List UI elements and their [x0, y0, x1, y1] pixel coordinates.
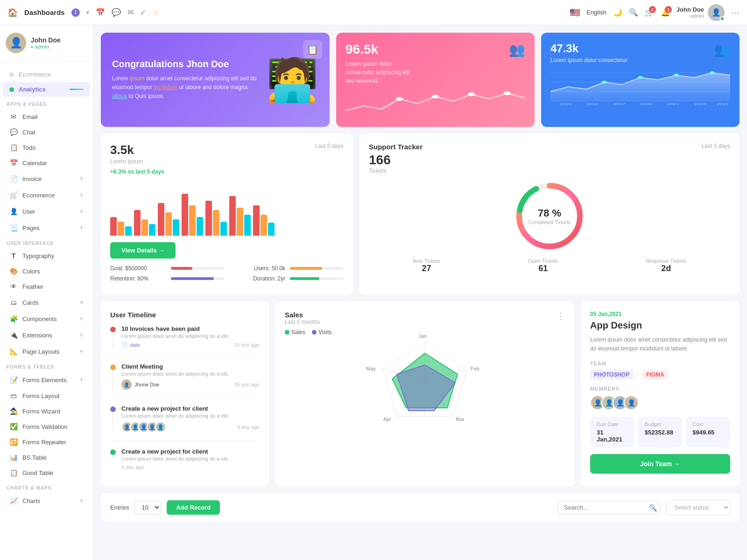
sidebar-item-feather[interactable]: 👁 Feather — [3, 279, 90, 294]
main-content: Congratulations Jhon Doe Lorem ipsum dol… — [93, 25, 747, 560]
more-dots-icon[interactable]: ⋮ — [557, 311, 565, 321]
sidebar-item-ecommerce[interactable]: Ecommerce — [3, 67, 90, 82]
sidebar-section-ui: USER INTERFACE — [0, 236, 93, 248]
tl-time-2: 35 min ago — [234, 382, 260, 387]
expand-comp-icon: + — [79, 315, 84, 323]
sidebar-item-page-layouts[interactable]: 📐 Page Layouts + — [3, 343, 90, 359]
svg-text:2017: 2017 — [613, 103, 626, 106]
notif-badge: 3 — [665, 6, 672, 13]
tl-time-4: 4 day ago — [121, 464, 144, 470]
search-icon-btn[interactable]: 🔍 — [649, 504, 657, 511]
sidebar-item-ecommerce-nav[interactable]: 🛒 Ecommerce + — [3, 187, 90, 203]
banner-desc: Lorem ipsum dolor amet consectetur adipi… — [112, 74, 259, 101]
tl-file-1: 📄 data — [121, 342, 140, 348]
sidebar-item-forms-elements[interactable]: 📝 Forms Elements + — [3, 372, 90, 388]
sidebar-item-chat[interactable]: 💬 Chat — [3, 125, 90, 140]
progress-row-1: Goal: $500000 Users: 50.0k — [110, 265, 344, 272]
good-table-nav-icon: 📋 — [9, 469, 18, 476]
sidebar-item-good-table[interactable]: 📋 Good Table — [3, 465, 90, 480]
sidebar-item-charts[interactable]: 📈 Charts + — [3, 493, 90, 509]
sidebar-section-dash — [0, 61, 93, 67]
search-icon[interactable]: 🔍 — [629, 8, 638, 17]
sidebar-item-user[interactable]: 👤 User + — [3, 203, 90, 219]
chat-nav-icon: 💬 — [9, 128, 18, 136]
expand-fe-icon: + — [79, 376, 84, 384]
figma-tag: FIGMA — [642, 370, 668, 379]
sidebar-item-colors[interactable]: 🎨 Colors — [3, 264, 90, 279]
svg-point-3 — [504, 91, 511, 95]
sidebar-item-analytics[interactable]: Analytics — [3, 82, 90, 97]
stat-card-1: 96.5k Lorem ipsum dolor consectetur adip… — [336, 33, 535, 127]
support-tickets-label: Tickets — [369, 168, 730, 174]
add-record-button[interactable]: Add Record — [167, 500, 220, 515]
expand-charts-icon: + — [79, 497, 84, 505]
more-icon[interactable]: ⋯ — [731, 7, 740, 18]
new-tickets-label: New Tickets — [413, 258, 440, 264]
notif-wrap[interactable]: 🔔3 — [661, 8, 670, 17]
svg-point-1 — [432, 95, 439, 98]
sales-title: Sales — [285, 311, 320, 319]
entries-select[interactable]: 10 25 50 — [134, 500, 161, 515]
view-details-button[interactable]: View Details → — [110, 242, 176, 259]
search-input[interactable] — [558, 500, 661, 515]
chart-card-value: 47.3k — [550, 42, 628, 55]
forms-el-nav-icon: 📝 — [9, 376, 18, 384]
budget-item: Budget $52352.88 — [638, 417, 683, 448]
sidebar-username: John Doe — [31, 36, 61, 44]
table-bar: Entries 10 25 50 Add Record 🔍 Select sta… — [101, 493, 740, 522]
sidebar-item-components[interactable]: 🧩 Components + — [3, 311, 90, 327]
extensions-nav-icon: 🔌 — [9, 331, 18, 339]
language-label[interactable]: English — [586, 9, 606, 16]
sidebar-item-cards[interactable]: 🗂 Cards + — [3, 294, 90, 310]
status-select[interactable]: Select status Active Inactive — [666, 500, 730, 515]
donut-label: Completed Tickets — [529, 219, 571, 225]
user-info[interactable]: John Doe admin 👤 — [677, 4, 725, 21]
tl-title-3: Create a new project for client — [121, 405, 260, 412]
sidebar-user: 👤 John Doe admin — [0, 25, 93, 61]
chat-icon[interactable]: 💬 — [112, 8, 121, 17]
star-icon[interactable]: ☆ — [153, 8, 159, 17]
sidebar-item-bs-table[interactable]: 📊 BS Table — [3, 450, 90, 465]
support-metrics: New Tickets 27 Open Tickets 61 Response … — [369, 258, 730, 273]
sidebar-item-forms-layout[interactable]: 🗃 Forms Layout — [3, 388, 90, 403]
sidebar-item-calendar[interactable]: 📅 Calendar — [3, 155, 90, 170]
tl-desc-4: Lorem ipsum dolor amet do adipiscing do … — [121, 456, 260, 462]
sidebar-item-todo[interactable]: 📋 Todo — [3, 140, 90, 155]
online-indicator — [720, 16, 725, 21]
svg-text:Mar: Mar — [456, 416, 465, 422]
user-name-top: John Doe — [677, 6, 704, 13]
dot-icon — [9, 72, 14, 77]
sidebar-item-pages[interactable]: 📃 Pages + — [3, 220, 90, 236]
stat-desc-1: Lorem ipsum dolor consectetur adipiscing… — [345, 60, 416, 85]
email-nav-icon: ✉ — [9, 113, 18, 120]
search-wrap: 🔍 — [558, 500, 661, 515]
sidebar-item-forms-wizard[interactable]: 🧙 Forms Wizard — [3, 404, 90, 419]
sidebar-item-invoice[interactable]: 📄 Invoice + — [3, 171, 90, 187]
expand-ext-icon: + — [79, 331, 84, 339]
app-date: 05 Jan,2021 — [590, 311, 730, 317]
chevron-down-icon[interactable]: ▾ — [86, 9, 89, 16]
tl-dot-4 — [110, 449, 116, 455]
chart-card-desc: Lorem ipsum dolor consectetur. — [550, 57, 628, 63]
svg-text:2023: 2023 — [694, 103, 706, 106]
svg-point-11 — [674, 74, 679, 77]
email-icon[interactable]: ✉ — [127, 8, 134, 17]
checkmark-icon[interactable]: ✓ — [140, 8, 146, 17]
app-meta-row: Due Date 31 Jan,2021 Budget $52352.88 Co… — [590, 417, 730, 448]
timeline-item-2: Client Meeting Lorem ipsum dolor amet do… — [110, 363, 260, 398]
sidebar-item-extensions[interactable]: 🔌 Extensions + — [3, 327, 90, 343]
cart-badge: 2 — [649, 6, 656, 13]
join-team-button[interactable]: Join Team → — [590, 454, 730, 474]
tl-title-4: Create a new project for client — [121, 448, 260, 455]
user-role-top: admin — [677, 13, 704, 19]
sidebar-item-email[interactable]: ✉ Email — [3, 109, 90, 124]
calendar-icon[interactable]: 📅 — [96, 8, 105, 17]
cart-wrap[interactable]: 🛒2 — [645, 8, 654, 17]
app-desc: Lorem ipsum dolor amet consectetur adipi… — [590, 336, 730, 353]
svg-point-9 — [602, 81, 607, 84]
sidebar-item-typography[interactable]: T Typography — [3, 248, 90, 263]
sidebar-item-forms-repeater[interactable]: 🔁 Forms Repeater — [3, 434, 90, 449]
moon-icon[interactable]: 🌙 — [613, 8, 622, 17]
ecommerce-nav-icon: 🛒 — [9, 191, 18, 199]
sidebar-item-forms-validation[interactable]: ✅ Forms Validation — [3, 419, 90, 434]
